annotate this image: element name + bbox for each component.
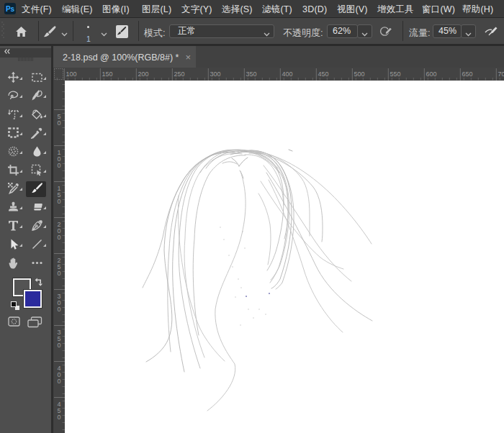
svg-text:0: 0	[58, 342, 61, 349]
svg-text:550: 550	[390, 70, 401, 78]
svg-text:650: 650	[462, 70, 473, 78]
svg-text:100: 100	[66, 70, 77, 78]
svg-text:0: 0	[58, 162, 61, 169]
svg-text:700: 700	[498, 70, 504, 78]
svg-text:250: 250	[174, 70, 185, 78]
svg-text:400: 400	[282, 70, 293, 78]
svg-text:0: 0	[58, 119, 61, 127]
svg-text:0: 0	[58, 378, 61, 385]
svg-text:450: 450	[318, 70, 329, 78]
svg-text:150: 150	[102, 70, 113, 78]
svg-text:0: 0	[58, 414, 61, 421]
svg-text:200: 200	[138, 70, 149, 78]
svg-text:0: 0	[58, 306, 61, 313]
svg-text:0: 0	[58, 198, 61, 205]
svg-text:500: 500	[354, 70, 365, 78]
svg-text:0: 0	[58, 234, 61, 241]
svg-text:0: 0	[58, 270, 61, 277]
svg-text:350: 350	[246, 70, 257, 78]
svg-text:600: 600	[426, 70, 437, 78]
svg-text:300: 300	[210, 70, 221, 78]
